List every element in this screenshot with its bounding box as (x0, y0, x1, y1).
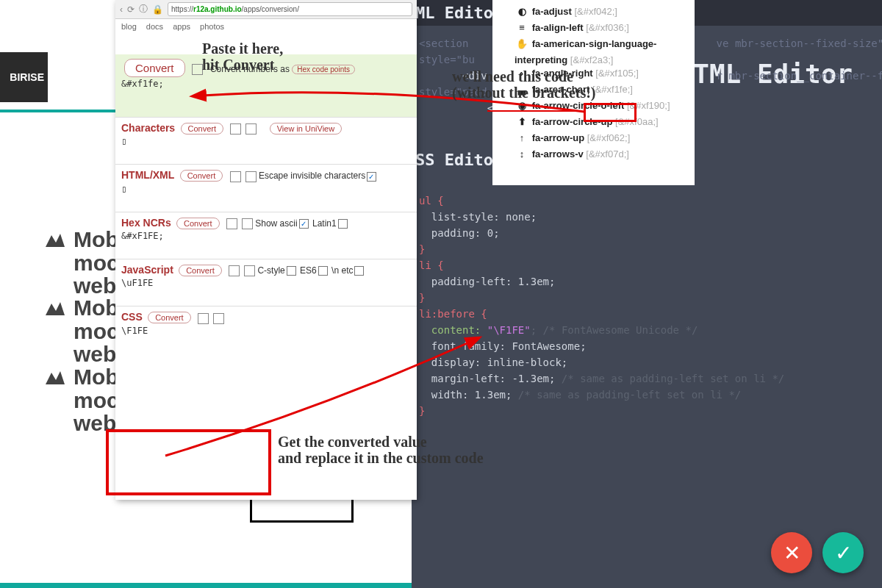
accent-stripe (0, 110, 125, 112)
view-uniview-button[interactable]: View in UniView (270, 123, 342, 135)
nav-docs[interactable]: docs (146, 22, 163, 31)
copy-icon[interactable] (192, 64, 203, 75)
url-bar[interactable]: https://r12a.github.io/apps/conversion/ (168, 2, 412, 16)
js-convert-button[interactable]: Convert (179, 265, 222, 276)
copy-icon[interactable] (198, 313, 209, 324)
netc-label: \n etc (331, 265, 353, 276)
copy-icon[interactable] (230, 171, 241, 182)
js-section: JavaScript Convert C-style ES6 \n etc \u… (115, 259, 417, 306)
css-title: CSS (121, 311, 143, 323)
bg-text-2: Mobmocweb (74, 296, 119, 366)
htmlxml-title: HTML/XML (121, 169, 174, 181)
hex-section: Hex NCRs Convert Show ascii Latin1 &#xF1… (115, 212, 417, 259)
css-convert-button[interactable]: Convert (148, 312, 191, 323)
converter-browser-window: ‹ ⟳ ⓘ 🔒 https://r12a.github.io/apps/conv… (115, 0, 417, 500)
bottom-stripe (0, 583, 441, 588)
es6-label: ES6 (300, 265, 317, 276)
fa-row-align-left[interactable]: ≡ fa-align-left [&#xf036;] (514, 20, 695, 36)
ascii-label: Show ascii (255, 218, 297, 229)
hex-title: Hex NCRs (121, 217, 171, 229)
fa-row-asl[interactable]: ✋ fa-american-sign-language-interpreting… (514, 36, 695, 65)
copy-icon[interactable] (226, 218, 237, 229)
htmlxml-convert-button[interactable]: Convert (180, 170, 223, 182)
info-icon[interactable]: ⓘ (139, 3, 148, 15)
bg-text-3: Mobmocweb (74, 365, 119, 435)
brand-bar: BIRISE (0, 52, 48, 102)
hex-chip[interactable]: Hex code points (292, 65, 355, 74)
hex-output[interactable]: &#xF1FE; (121, 229, 411, 243)
lock-icon: 🔒 (152, 4, 163, 15)
annotation-paste: Paste it here,hit Convert (202, 40, 283, 73)
doc-icon[interactable] (244, 265, 255, 276)
htmlxml-section: HTML/XML Convert Escape invisible charac… (115, 164, 417, 211)
convert-button[interactable]: Convert (124, 59, 185, 77)
annotation-need-code: we'll need this code(without the bracket… (452, 68, 596, 101)
doc-icon[interactable] (213, 313, 224, 324)
nav-blog[interactable]: blog (121, 22, 137, 31)
css-code-block[interactable]: ul { list-style: none; padding: 0; } li … (419, 193, 784, 419)
cstyle-label: C-style (257, 265, 284, 276)
js-title: JavaScript (121, 264, 173, 276)
characters-section: Characters Convert View in UniView ▯ (115, 117, 417, 164)
css-section: CSS Convert \F1FE (115, 306, 417, 353)
ascii-checkbox[interactable] (299, 219, 309, 229)
site-nav: blog docs apps photos (115, 19, 417, 34)
svg-marker-1 (46, 302, 65, 315)
fa-row-arrow-up[interactable]: ↑ fa-arrow-up [&#xf062;] (514, 130, 695, 146)
browser-chrome: ‹ ⟳ ⓘ 🔒 https://r12a.github.io/apps/conv… (115, 0, 417, 19)
doc-icon[interactable] (242, 218, 253, 229)
cancel-fab[interactable]: ✕ (771, 532, 812, 573)
escape-label: Escape invisible characters (259, 171, 365, 181)
es6-checkbox[interactable] (318, 266, 328, 276)
latin1-checkbox[interactable] (338, 219, 348, 229)
htmlxml-output[interactable]: ▯ (121, 182, 411, 196)
doc-icon[interactable] (245, 123, 257, 135)
red-highlight-css (106, 429, 271, 495)
copy-icon[interactable] (229, 265, 240, 276)
css-output[interactable]: \F1FE (121, 324, 411, 337)
fa-row-adjust[interactable]: ◐ fa-adjust [&#xf042;] (514, 4, 695, 20)
cstyle-checkbox[interactable] (287, 266, 296, 276)
characters-output[interactable]: ▯ (121, 135, 411, 148)
copy-icon[interactable] (230, 123, 241, 135)
red-highlight-code (584, 103, 637, 122)
characters-title: Characters (121, 122, 175, 134)
red-strike (487, 110, 576, 112)
nav-photos[interactable]: photos (200, 22, 224, 31)
confirm-fab[interactable]: ✓ (822, 532, 864, 573)
escape-checkbox[interactable] (367, 172, 376, 182)
js-output[interactable]: \uF1FE (121, 276, 411, 290)
characters-convert-button[interactable]: Convert (181, 123, 224, 135)
svg-marker-0 (46, 234, 65, 247)
fa-row-arrows-v[interactable]: ↕ fa-arrows-v [&#xf07d;] (514, 146, 695, 162)
bg-text-1: Mobmocweb (74, 228, 119, 298)
doc-icon[interactable] (245, 171, 257, 182)
svg-marker-2 (46, 371, 65, 384)
reload-icon[interactable]: ⟳ (127, 4, 135, 15)
annotation-replace: Get the converted valueand replace it in… (278, 434, 484, 466)
nav-apps[interactable]: apps (173, 22, 190, 31)
hex-convert-button[interactable]: Convert (176, 218, 220, 229)
back-icon[interactable]: ‹ (120, 4, 123, 15)
latin1-label: Latin1 (312, 218, 337, 229)
netc-checkbox[interactable] (354, 266, 364, 276)
input-field[interactable]: &#xf1fe; (121, 77, 411, 90)
